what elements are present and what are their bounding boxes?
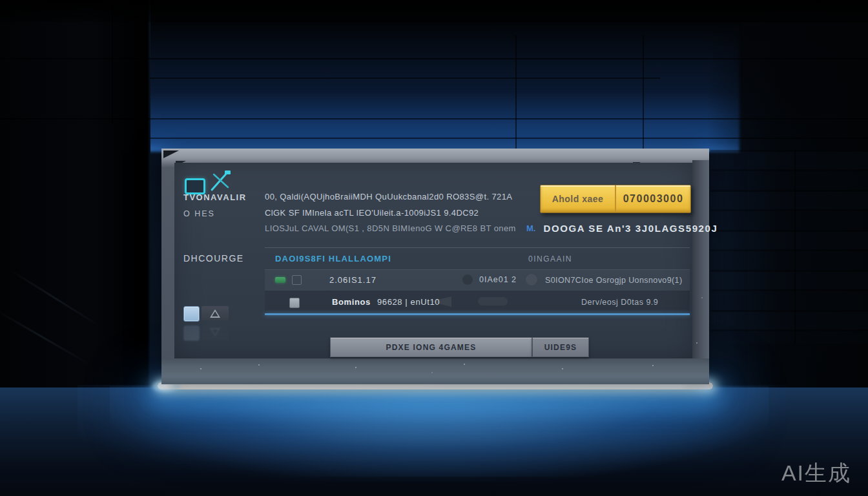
table-header-right[interactable]: 0INGAAIN (528, 254, 572, 264)
grid-line (155, 21, 868, 22)
primary-action-button[interactable]: PDXE IONG 4GAMES (330, 337, 532, 357)
code-text: DOOGA SE An'3 3J0LAGS5920J (543, 223, 718, 234)
main-panel: TVONAVALIR O HES DHCOURGE 00, Qaldi(AQUj… (161, 149, 709, 384)
warning-triangle-icon (210, 309, 220, 318)
warning-icon[interactable] (202, 306, 229, 320)
table-row[interactable]: Bominos 96628 | enUt10 Derv/eosj D0tas 9… (265, 291, 690, 313)
grid-line (515, 36, 517, 150)
row-cell-detail: Derv/eosj D0tas 9.9 (581, 298, 658, 307)
grid-line (150, 78, 660, 79)
background-blue-band (145, 19, 739, 152)
glow-haze (110, 386, 769, 477)
row-cell-detail: S0ION7CIoe Osrogjp Uonsnovo9(1) (545, 276, 683, 285)
m-badge-icon: M. (526, 223, 535, 233)
file-icon-reflection (183, 326, 200, 341)
grid-line (0, 118, 868, 119)
table-bottom-accent (265, 313, 690, 315)
grid-line (794, 150, 796, 344)
status-led[interactable] (275, 277, 285, 283)
description-line: ClGK SF IMInela acTL IEO'Uileit.a-1009iJ… (265, 205, 549, 222)
ghost-circle-icon (526, 274, 537, 285)
price-button-value[interactable]: 070003000 (616, 185, 690, 212)
price-button-label[interactable]: Ahold xaee (541, 185, 616, 212)
file-icon[interactable] (183, 306, 200, 322)
warning-icon-reflection (202, 326, 229, 340)
checkbox[interactable] (292, 275, 302, 285)
data-table: DAOI9S8FI HLALLAOMPI 0INGAAIN 2.06IS1.17… (265, 247, 690, 317)
panel-frame-bottom (161, 358, 709, 384)
ghost-blob (478, 297, 508, 305)
grid-line (150, 138, 868, 139)
sidebar-item-dhcourge[interactable]: DHCOURGE (183, 253, 244, 264)
background-top-shadow (0, 0, 868, 22)
ghost-circle-icon (462, 274, 473, 285)
secondary-action-button[interactable]: UIDE9S (532, 337, 589, 357)
price-button[interactable]: Ahold xaee 070003000 (540, 185, 691, 213)
row-cell-code: 0IAe01 2 (479, 275, 517, 284)
scene: TVONAVALIR O HES DHCOURGE 00, Qaldi(AQUj… (0, 0, 868, 496)
table-row[interactable]: 2.06IS1.17 0IAe01 2 S0ION7CIoe Osrogjp U… (265, 269, 690, 291)
background-right-stripes (710, 150, 868, 344)
description-line: LIOSJuL CAVAL OM(S1 , 8D5N BIMIenoG W C@… (265, 221, 549, 237)
checkbox[interactable] (289, 298, 300, 308)
code-line: M. DOOGA SE An'3 3J0LAGS5920J (526, 221, 690, 235)
row-cell-id: 2.06IS1.17 (329, 275, 377, 285)
ghost-arrow-icon (429, 296, 451, 307)
corner-notch (163, 150, 179, 158)
grid-line (112, 0, 113, 123)
panel-frame-right (692, 160, 709, 384)
row-cell-name: Bominos (332, 297, 371, 307)
description-line: 00, Qaldi(AQUjhoBraiiMDH QuUukcbanal2d0 … (265, 189, 549, 205)
description-text: 00, Qaldi(AQUjhoBraiiMDH QuUukcbanal2d0 … (265, 189, 549, 237)
sidebar-item-ohes[interactable]: O HES (183, 209, 215, 218)
grid-line (0, 58, 868, 59)
pickaxe-logo-icon (208, 169, 232, 192)
table-header-left[interactable]: DAOI9S8FI HLALLAOMPI (275, 254, 391, 264)
panel-content: TVONAVALIR O HES DHCOURGE 00, Qaldi(AQUj… (174, 163, 692, 358)
table-header-row: DAOI9S8FI HLALLAOMPI 0INGAAIN (265, 248, 690, 270)
logo-title: TVONAVALIR (183, 192, 247, 202)
ai-watermark: AI生成 (781, 459, 851, 488)
grid-line (643, 36, 644, 150)
